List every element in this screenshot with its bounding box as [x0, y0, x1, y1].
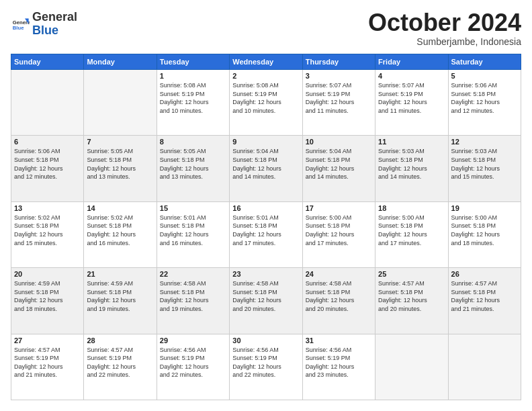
calendar-cell-w0-d2: 1Sunrise: 5:08 AM Sunset: 5:19 PM Daylig…	[157, 70, 229, 136]
day-info: Sunrise: 5:00 AM Sunset: 5:18 PM Dayligh…	[378, 214, 445, 247]
day-number: 8	[160, 138, 226, 146]
day-number: 31	[306, 336, 372, 345]
day-number: 27	[14, 336, 81, 345]
day-info: Sunrise: 5:05 AM Sunset: 5:18 PM Dayligh…	[160, 147, 226, 181]
day-info: Sunrise: 5:08 AM Sunset: 5:19 PM Dayligh…	[160, 81, 226, 115]
day-number: 26	[451, 270, 518, 278]
day-info: Sunrise: 5:01 AM Sunset: 5:18 PM Dayligh…	[232, 214, 299, 247]
calendar-cell-w4-d3: 30Sunrise: 4:56 AM Sunset: 5:19 PM Dayli…	[230, 334, 302, 400]
day-number: 16	[232, 204, 299, 212]
day-number: 7	[87, 138, 153, 146]
header-monday: Monday	[84, 54, 157, 70]
week-row-3: 20Sunrise: 4:59 AM Sunset: 5:18 PM Dayli…	[11, 268, 521, 334]
day-number: 14	[87, 204, 153, 212]
day-number: 30	[232, 336, 299, 345]
day-info: Sunrise: 5:01 AM Sunset: 5:18 PM Dayligh…	[160, 214, 226, 247]
day-info: Sunrise: 5:04 AM Sunset: 5:18 PM Dayligh…	[306, 147, 372, 181]
calendar-cell-w0-d4: 3Sunrise: 5:07 AM Sunset: 5:19 PM Daylig…	[302, 70, 375, 136]
logo-text: General Blue	[32, 11, 77, 38]
day-number: 15	[160, 204, 226, 212]
calendar-cell-w0-d0	[11, 70, 84, 136]
day-number: 13	[14, 204, 81, 212]
day-number: 1	[160, 72, 226, 80]
calendar-cell-w1-d6: 12Sunrise: 5:03 AM Sunset: 5:18 PM Dayli…	[448, 136, 521, 201]
day-info: Sunrise: 4:57 AM Sunset: 5:18 PM Dayligh…	[451, 279, 518, 313]
week-row-2: 13Sunrise: 5:02 AM Sunset: 5:18 PM Dayli…	[11, 201, 521, 267]
calendar-cell-w2-d6: 19Sunrise: 5:00 AM Sunset: 5:18 PM Dayli…	[448, 201, 521, 267]
calendar-cell-w1-d0: 6Sunrise: 5:06 AM Sunset: 5:18 PM Daylig…	[11, 136, 84, 201]
calendar-cell-w1-d4: 10Sunrise: 5:04 AM Sunset: 5:18 PM Dayli…	[302, 136, 375, 201]
day-number: 22	[160, 270, 226, 278]
calendar-cell-w3-d5: 25Sunrise: 4:57 AM Sunset: 5:18 PM Dayli…	[375, 268, 448, 334]
header-friday: Friday	[375, 54, 448, 70]
day-info: Sunrise: 5:07 AM Sunset: 5:19 PM Dayligh…	[306, 81, 372, 115]
calendar-cell-w3-d2: 22Sunrise: 4:58 AM Sunset: 5:18 PM Dayli…	[157, 268, 229, 334]
day-info: Sunrise: 4:59 AM Sunset: 5:18 PM Dayligh…	[14, 279, 81, 313]
calendar-cell-w4-d5	[375, 334, 448, 400]
title-block: October 2024 Sumberjambe, Indonesia	[368, 11, 521, 47]
calendar-cell-w3-d3: 23Sunrise: 4:58 AM Sunset: 5:18 PM Dayli…	[230, 268, 302, 334]
week-row-1: 6Sunrise: 5:06 AM Sunset: 5:18 PM Daylig…	[11, 136, 521, 201]
day-number: 11	[378, 138, 445, 146]
header-sunday: Sunday	[11, 54, 84, 70]
calendar-cell-w0-d5: 4Sunrise: 5:07 AM Sunset: 5:19 PM Daylig…	[375, 70, 448, 136]
calendar-table: Sunday Monday Tuesday Wednesday Thursday…	[11, 54, 521, 400]
day-info: Sunrise: 5:00 AM Sunset: 5:18 PM Dayligh…	[451, 214, 518, 247]
day-number: 17	[306, 204, 372, 212]
calendar-cell-w2-d0: 13Sunrise: 5:02 AM Sunset: 5:18 PM Dayli…	[11, 201, 84, 267]
calendar-cell-w2-d3: 16Sunrise: 5:01 AM Sunset: 5:18 PM Dayli…	[230, 201, 302, 267]
day-info: Sunrise: 5:02 AM Sunset: 5:18 PM Dayligh…	[87, 214, 153, 247]
day-number: 9	[232, 138, 299, 146]
day-info: Sunrise: 4:57 AM Sunset: 5:19 PM Dayligh…	[14, 346, 81, 379]
svg-text:Blue: Blue	[13, 25, 24, 31]
calendar-cell-w3-d0: 20Sunrise: 4:59 AM Sunset: 5:18 PM Dayli…	[11, 268, 84, 334]
calendar-cell-w1-d2: 8Sunrise: 5:05 AM Sunset: 5:18 PM Daylig…	[157, 136, 229, 201]
day-number: 19	[451, 204, 518, 212]
calendar-cell-w4-d4: 31Sunrise: 4:56 AM Sunset: 5:19 PM Dayli…	[302, 334, 375, 400]
calendar-cell-w2-d5: 18Sunrise: 5:00 AM Sunset: 5:18 PM Dayli…	[375, 201, 448, 267]
day-info: Sunrise: 4:56 AM Sunset: 5:19 PM Dayligh…	[306, 346, 372, 379]
day-number: 18	[378, 204, 445, 212]
day-info: Sunrise: 5:00 AM Sunset: 5:18 PM Dayligh…	[306, 214, 372, 247]
day-info: Sunrise: 5:08 AM Sunset: 5:19 PM Dayligh…	[232, 81, 299, 115]
day-info: Sunrise: 4:56 AM Sunset: 5:19 PM Dayligh…	[232, 346, 299, 379]
day-number: 12	[451, 138, 518, 146]
day-number: 20	[14, 270, 81, 278]
day-number: 10	[306, 138, 372, 146]
day-number: 29	[160, 336, 226, 345]
logo-icon: General Blue	[11, 15, 30, 34]
calendar-cell-w3-d4: 24Sunrise: 4:58 AM Sunset: 5:18 PM Dayli…	[302, 268, 375, 334]
month-title: October 2024	[368, 11, 521, 35]
day-number: 6	[14, 138, 81, 146]
calendar-cell-w2-d4: 17Sunrise: 5:00 AM Sunset: 5:18 PM Dayli…	[302, 201, 375, 267]
day-info: Sunrise: 5:06 AM Sunset: 5:18 PM Dayligh…	[451, 81, 518, 115]
day-info: Sunrise: 4:59 AM Sunset: 5:18 PM Dayligh…	[87, 279, 153, 313]
day-info: Sunrise: 4:56 AM Sunset: 5:19 PM Dayligh…	[160, 346, 226, 379]
day-number: 21	[87, 270, 153, 278]
page: General Blue General Blue October 2024 S…	[0, 0, 532, 411]
calendar-cell-w0-d1	[84, 70, 157, 136]
day-info: Sunrise: 5:02 AM Sunset: 5:18 PM Dayligh…	[14, 214, 81, 247]
day-number: 28	[87, 336, 153, 345]
day-info: Sunrise: 4:58 AM Sunset: 5:18 PM Dayligh…	[232, 279, 299, 313]
day-info: Sunrise: 4:58 AM Sunset: 5:18 PM Dayligh…	[306, 279, 372, 313]
calendar-cell-w1-d1: 7Sunrise: 5:05 AM Sunset: 5:18 PM Daylig…	[84, 136, 157, 201]
day-info: Sunrise: 5:04 AM Sunset: 5:18 PM Dayligh…	[232, 147, 299, 181]
day-info: Sunrise: 4:57 AM Sunset: 5:19 PM Dayligh…	[87, 346, 153, 379]
calendar-cell-w1-d5: 11Sunrise: 5:03 AM Sunset: 5:18 PM Dayli…	[375, 136, 448, 201]
day-number: 3	[306, 72, 372, 80]
day-info: Sunrise: 5:03 AM Sunset: 5:18 PM Dayligh…	[451, 147, 518, 181]
week-row-0: 1Sunrise: 5:08 AM Sunset: 5:19 PM Daylig…	[11, 70, 521, 136]
calendar-cell-w2-d1: 14Sunrise: 5:02 AM Sunset: 5:18 PM Dayli…	[84, 201, 157, 267]
day-info: Sunrise: 5:06 AM Sunset: 5:18 PM Dayligh…	[14, 147, 81, 181]
day-info: Sunrise: 5:07 AM Sunset: 5:19 PM Dayligh…	[378, 81, 445, 115]
week-row-4: 27Sunrise: 4:57 AM Sunset: 5:19 PM Dayli…	[11, 334, 521, 400]
day-info: Sunrise: 5:03 AM Sunset: 5:18 PM Dayligh…	[378, 147, 445, 181]
calendar-cell-w3-d1: 21Sunrise: 4:59 AM Sunset: 5:18 PM Dayli…	[84, 268, 157, 334]
calendar-cell-w3-d6: 26Sunrise: 4:57 AM Sunset: 5:18 PM Dayli…	[448, 268, 521, 334]
day-info: Sunrise: 4:57 AM Sunset: 5:18 PM Dayligh…	[378, 279, 445, 313]
calendar-cell-w2-d2: 15Sunrise: 5:01 AM Sunset: 5:18 PM Dayli…	[157, 201, 229, 267]
day-number: 5	[451, 72, 518, 80]
logo: General Blue General Blue	[11, 11, 77, 38]
day-info: Sunrise: 5:05 AM Sunset: 5:18 PM Dayligh…	[87, 147, 153, 181]
